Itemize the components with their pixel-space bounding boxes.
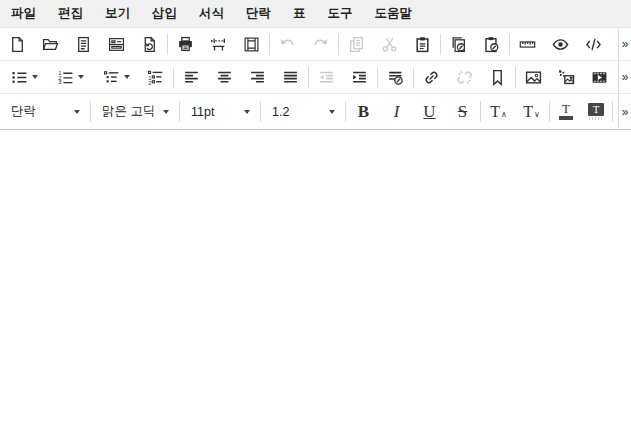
font-size-dropdown-value: 11pt <box>191 105 244 119</box>
underline-icon: U <box>423 103 435 120</box>
menu-item-table[interactable]: 표 <box>282 0 317 27</box>
text-color-button[interactable]: T <box>551 94 581 129</box>
new-document-button[interactable] <box>1 28 34 60</box>
clear-formatting-button[interactable] <box>379 61 412 93</box>
background-color-button[interactable]: T <box>581 94 611 129</box>
group-separator <box>480 101 481 122</box>
media-button[interactable] <box>583 61 616 93</box>
align-right-button[interactable] <box>241 61 274 93</box>
group-separator <box>549 101 550 122</box>
font-size-dropdown[interactable]: 11pt <box>181 94 259 129</box>
group-separator <box>179 101 180 122</box>
page-layout-icon <box>243 36 260 53</box>
paste-button[interactable] <box>406 28 439 60</box>
bullet-list-icon <box>11 69 28 86</box>
eye-icon <box>552 36 569 53</box>
restore-draft-button[interactable] <box>133 28 166 60</box>
align-right-icon <box>249 69 266 86</box>
italic-button[interactable]: I <box>380 94 413 129</box>
numbered-list-button[interactable]: 123 <box>47 61 93 93</box>
justify-button[interactable] <box>274 61 307 93</box>
multilevel-list-button[interactable] <box>93 61 139 93</box>
clipboard-check-button[interactable] <box>475 28 508 60</box>
menu-item-help[interactable]: 도움말 <box>364 0 424 27</box>
superscript-icon: T <box>490 104 500 120</box>
group-separator <box>269 34 270 55</box>
chevron-down-icon <box>163 110 169 114</box>
chevron-down-icon <box>32 75 38 79</box>
align-center-button[interactable] <box>208 61 241 93</box>
group-separator <box>509 34 510 55</box>
page-setup-button[interactable] <box>235 28 268 60</box>
menu-item-tools[interactable]: 도구 <box>317 0 364 27</box>
outdent-icon <box>318 69 335 86</box>
cut-button[interactable] <box>373 28 406 60</box>
menu-item-file[interactable]: 파일 <box>0 0 47 27</box>
editor-content-area[interactable] <box>0 130 631 421</box>
document-text-icon <box>75 36 92 53</box>
ruler-button[interactable] <box>511 28 544 60</box>
restore-draft-icon <box>141 36 158 53</box>
subscript-button[interactable]: T∨ <box>515 94 548 129</box>
chevron-down-icon <box>244 110 250 114</box>
paragraph-style-dropdown[interactable]: 단락 <box>1 94 89 129</box>
superscript-mark: ∧ <box>501 110 507 119</box>
copy-button[interactable] <box>340 28 373 60</box>
background-color-icon: T <box>588 103 604 120</box>
template-icon <box>108 36 125 53</box>
open-file-button[interactable] <box>34 28 67 60</box>
subscript-icon: T <box>523 104 533 120</box>
bold-button[interactable]: B <box>347 94 380 129</box>
indent-icon <box>351 69 368 86</box>
group-separator <box>90 101 91 122</box>
image-button[interactable] <box>517 61 550 93</box>
bullet-list-button[interactable] <box>1 61 47 93</box>
group-separator <box>377 67 378 88</box>
link-icon <box>423 69 440 86</box>
rich-text-editor: 파일편집보기삽입서식단락표도구도움말 » 12312 » 단락맑은 고딕11pt… <box>0 0 631 421</box>
menu-item-format[interactable]: 서식 <box>188 0 235 27</box>
toolbar-overflow-button-row2[interactable]: » <box>618 61 631 93</box>
preview-button[interactable] <box>544 28 577 60</box>
page-break-button[interactable] <box>202 28 235 60</box>
underline-button[interactable]: U <box>413 94 446 129</box>
group-separator <box>338 34 339 55</box>
menu-item-edit[interactable]: 편집 <box>47 0 94 27</box>
list-style-button[interactable]: 12 <box>139 61 172 93</box>
print-button[interactable] <box>169 28 202 60</box>
strikethrough-button[interactable]: S <box>446 94 479 129</box>
link-button[interactable] <box>415 61 448 93</box>
background-color-letter: T <box>588 103 604 116</box>
template-button[interactable] <box>100 28 133 60</box>
image-collection-icon <box>558 69 575 86</box>
toolbar-row-3: 단락맑은 고딕11pt1.2BIUST∧T∨TT » <box>0 94 631 129</box>
menu-item-view[interactable]: 보기 <box>94 0 141 27</box>
unlink-button[interactable] <box>448 61 481 93</box>
outdent-button[interactable] <box>310 61 343 93</box>
source-code-button[interactable] <box>577 28 610 60</box>
redo-button[interactable] <box>304 28 337 60</box>
italic-icon: I <box>394 103 400 120</box>
document-check-button[interactable] <box>442 28 475 60</box>
font-family-dropdown[interactable]: 맑은 고딕 <box>92 94 178 129</box>
justify-icon <box>282 69 299 86</box>
image-gallery-button[interactable] <box>550 61 583 93</box>
align-left-button[interactable] <box>175 61 208 93</box>
undo-button[interactable] <box>271 28 304 60</box>
image-icon <box>525 69 542 86</box>
group-separator <box>345 101 346 122</box>
menu-item-paragraph[interactable]: 단락 <box>235 0 282 27</box>
font-family-dropdown-value: 맑은 고딕 <box>102 103 163 120</box>
toolbar-overflow-button-row3[interactable]: » <box>618 94 631 129</box>
toolbar-row-1: » <box>0 28 631 60</box>
indent-button[interactable] <box>343 61 376 93</box>
document-button[interactable] <box>67 28 100 60</box>
superscript-button[interactable]: T∧ <box>482 94 515 129</box>
bookmark-button[interactable] <box>481 61 514 93</box>
bookmark-icon <box>489 69 506 86</box>
line-height-dropdown[interactable]: 1.2 <box>262 94 344 129</box>
new-document-icon <box>9 36 26 53</box>
menu-item-insert[interactable]: 삽입 <box>141 0 188 27</box>
document-edit-icon <box>450 36 467 53</box>
toolbar-overflow-button-row1[interactable]: » <box>618 28 631 60</box>
